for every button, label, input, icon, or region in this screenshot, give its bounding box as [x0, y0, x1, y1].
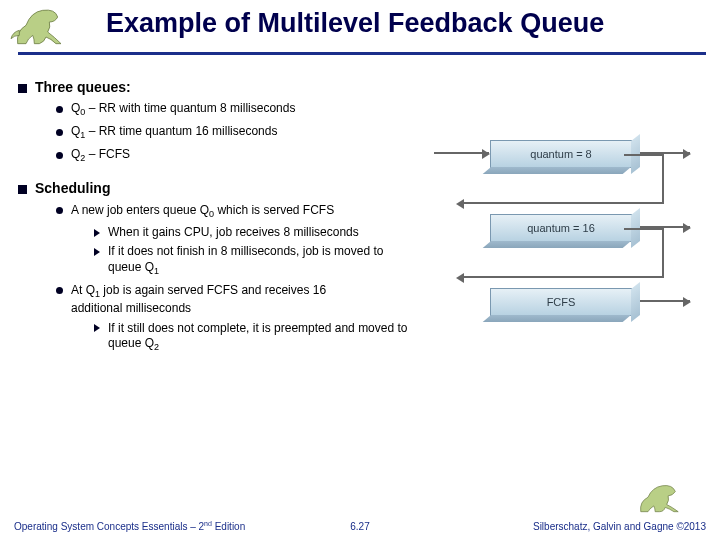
item-q1: Q1 – RR time quantum 16 milliseconds — [56, 124, 418, 142]
item-new-job: A new job enters queue Q0 which is serve… — [56, 203, 418, 221]
item-not-finish-8: If it does not finish in 8 milliseconds,… — [94, 244, 418, 278]
triangle-bullet-icon — [94, 248, 100, 256]
queue-box-quantum16: quantum = 16 — [490, 214, 632, 242]
item-at-q1: At Q1 job is again served FCFS and recei… — [56, 283, 418, 317]
content-body: Three queues: Q0 – RR with time quantum … — [18, 72, 418, 357]
disc-bullet-icon — [56, 152, 63, 159]
triangle-bullet-icon — [94, 324, 100, 332]
title-bar: Example of Multilevel Feedback Queue — [0, 0, 720, 60]
heading-three-queues: Three queues: — [18, 78, 418, 96]
disc-bullet-icon — [56, 129, 63, 136]
dinosaur-footer-icon — [634, 480, 708, 516]
footer-copyright: Silberschatz, Galvin and Gagne ©2013 — [533, 521, 706, 532]
title-underline — [18, 52, 706, 55]
queue-box-fcfs: FCFS — [490, 288, 632, 316]
item-gains-cpu: When it gains CPU, job receives 8 millis… — [94, 225, 418, 241]
arrow-out-icon — [640, 300, 690, 302]
item-q0: Q0 – RR with time quantum 8 milliseconds — [56, 101, 418, 119]
queue-row-1: quantum = 16 — [434, 214, 704, 288]
square-bullet-icon — [18, 84, 27, 93]
arrow-down-icon — [662, 228, 664, 276]
slide: Example of Multilevel Feedback Queue Thr… — [0, 0, 720, 540]
arrow-in-icon — [434, 152, 489, 154]
heading-text: Three queues: — [35, 79, 131, 95]
disc-bullet-icon — [56, 287, 63, 294]
slide-title: Example of Multilevel Feedback Queue — [106, 8, 604, 39]
disc-bullet-icon — [56, 207, 63, 214]
arrow-down-icon — [662, 154, 664, 202]
queue-diagram: quantum = 8 quantum = 16 FCFS — [434, 140, 704, 362]
queue-box-quantum8: quantum = 8 — [490, 140, 632, 168]
dinosaur-logo-icon — [8, 2, 94, 52]
item-still-not-complete: If it still does not complete, it is pre… — [94, 321, 418, 355]
item-q2: Q2 – FCFS — [56, 147, 418, 165]
queue-row-0: quantum = 8 — [434, 140, 704, 214]
triangle-bullet-icon — [94, 229, 100, 237]
heading-text: Scheduling — [35, 180, 110, 196]
square-bullet-icon — [18, 185, 27, 194]
heading-scheduling: Scheduling — [18, 179, 418, 197]
queue-row-2: FCFS — [434, 288, 704, 362]
disc-bullet-icon — [56, 106, 63, 113]
